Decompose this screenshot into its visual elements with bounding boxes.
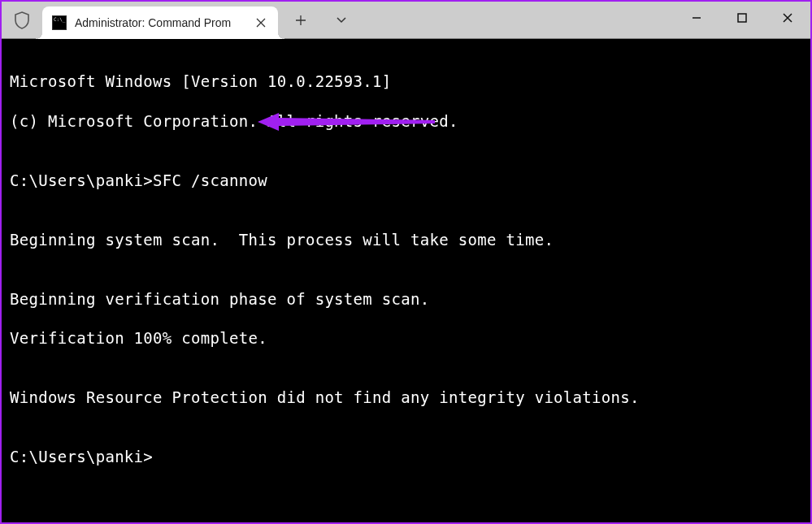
window-titlebar: Administrator: Command Prom bbox=[2, 2, 810, 39]
tab-close-button[interactable] bbox=[254, 15, 268, 30]
terminal-body[interactable]: Microsoft Windows [Version 10.0.22593.1]… bbox=[2, 39, 810, 522]
minimize-button[interactable] bbox=[674, 2, 719, 34]
terminal-line: Beginning system scan. This process will… bbox=[10, 230, 802, 249]
terminal-prompt: C:\Users\panki> bbox=[10, 171, 153, 189]
chevron-down-icon bbox=[336, 16, 347, 24]
window-controls bbox=[674, 2, 810, 34]
terminal-line: Windows Resource Protection did not find… bbox=[10, 388, 802, 407]
new-tab-button[interactable] bbox=[283, 2, 319, 39]
terminal-line: Verification 100% complete. bbox=[10, 328, 802, 348]
terminal-line: C:\Users\panki> bbox=[10, 447, 802, 466]
tab-title: Administrator: Command Prom bbox=[75, 16, 245, 29]
terminal-line: C:\Users\panki>SFC /scannow bbox=[10, 171, 802, 190]
terminal-line: Beginning verification phase of system s… bbox=[10, 289, 802, 309]
terminal-cursor bbox=[153, 448, 162, 466]
terminal-line: Microsoft Windows [Version 10.0.22593.1] bbox=[10, 71, 802, 91]
svg-rect-0 bbox=[738, 14, 746, 22]
close-window-button[interactable] bbox=[765, 2, 810, 34]
close-icon bbox=[782, 12, 793, 24]
terminal-line: (c) Microsoft Corporation. All rights re… bbox=[10, 111, 802, 131]
minimize-icon bbox=[691, 12, 702, 24]
tab-command-prompt[interactable]: Administrator: Command Prom bbox=[42, 6, 278, 39]
close-icon bbox=[256, 18, 266, 28]
terminal-prompt: C:\Users\panki> bbox=[10, 448, 153, 466]
maximize-icon bbox=[736, 12, 748, 24]
cmd-icon bbox=[52, 15, 67, 30]
maximize-button[interactable] bbox=[719, 2, 765, 34]
plus-icon bbox=[295, 15, 306, 26]
tab-dropdown-button[interactable] bbox=[323, 2, 359, 39]
terminal-command: SFC /scannow bbox=[153, 171, 267, 189]
